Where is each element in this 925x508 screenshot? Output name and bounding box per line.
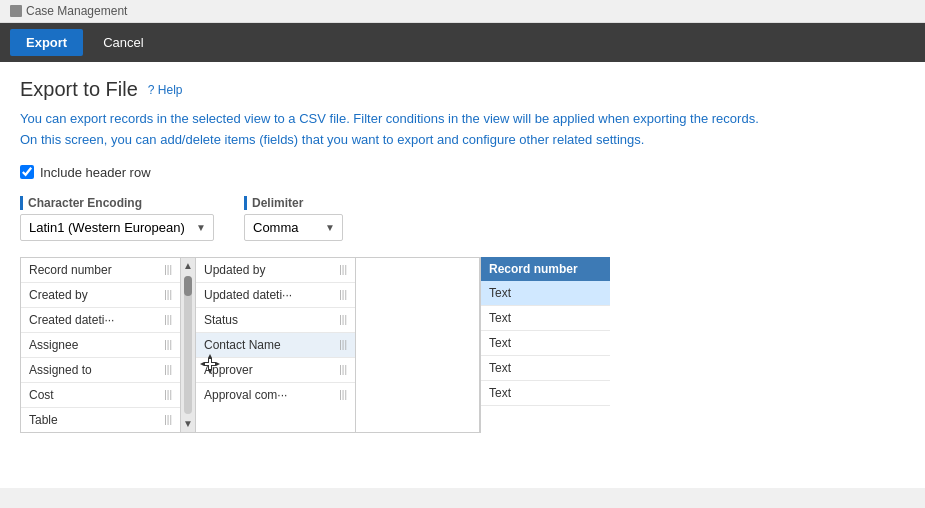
field-name: Created by bbox=[29, 288, 164, 302]
preview-row: Text bbox=[481, 281, 610, 306]
field-selector: Record number|||Created by|||Created dat… bbox=[20, 257, 480, 433]
panel-scrollbar[interactable]: ▲ ▼ bbox=[181, 258, 196, 432]
preview-panel: Record number TextTextTextTextText bbox=[480, 257, 610, 433]
main-content: Export to File ? Help You can export rec… bbox=[0, 62, 925, 488]
field-name: Approver bbox=[204, 363, 339, 377]
field-name: Cost bbox=[29, 388, 164, 402]
left-field-item[interactable]: Created dateti···||| bbox=[21, 308, 180, 333]
left-panel: Record number|||Created by|||Created dat… bbox=[21, 258, 181, 432]
preview-row: Text bbox=[481, 306, 610, 331]
left-field-item[interactable]: Assignee||| bbox=[21, 333, 180, 358]
include-header-checkbox[interactable] bbox=[20, 165, 34, 179]
toolbar: Export Cancel bbox=[0, 23, 925, 62]
delimiter-group: Delimiter Comma Tab Semicolon ▼ bbox=[244, 196, 343, 241]
right-field-item[interactable]: Updated dateti···||| bbox=[196, 283, 355, 308]
character-encoding-select-wrapper: Latin1 (Western European) UTF-8 Shift_JI… bbox=[20, 214, 214, 241]
drag-handle-icon[interactable]: ||| bbox=[164, 339, 172, 350]
scroll-up-icon[interactable]: ▲ bbox=[182, 260, 194, 272]
delimiter-select-wrapper: Comma Tab Semicolon ▼ bbox=[244, 214, 343, 241]
description-line1: You can export records in the selected v… bbox=[20, 109, 905, 130]
include-header-label: Include header row bbox=[40, 165, 151, 180]
drag-handle-icon[interactable]: ||| bbox=[339, 389, 347, 400]
drag-handle-icon[interactable]: ||| bbox=[164, 264, 172, 275]
character-encoding-select[interactable]: Latin1 (Western European) UTF-8 Shift_JI… bbox=[20, 214, 214, 241]
drag-handle-icon[interactable]: ||| bbox=[339, 264, 347, 275]
left-field-item[interactable]: Assigned to||| bbox=[21, 358, 180, 383]
cancel-button[interactable]: Cancel bbox=[91, 29, 155, 56]
field-name: Table bbox=[29, 413, 164, 427]
description-line2: On this screen, you can add/delete items… bbox=[20, 130, 905, 151]
left-field-item[interactable]: Record number||| bbox=[21, 258, 180, 283]
field-name: Assigned to bbox=[29, 363, 164, 377]
right-field-item[interactable]: Approver||| bbox=[196, 358, 355, 383]
drag-handle-icon[interactable]: ||| bbox=[164, 314, 172, 325]
help-link[interactable]: ? Help bbox=[148, 83, 183, 97]
preview-row: Text bbox=[481, 356, 610, 381]
field-name: Created dateti··· bbox=[29, 313, 164, 327]
delimiter-select[interactable]: Comma Tab Semicolon bbox=[244, 214, 343, 241]
field-name: Status bbox=[204, 313, 339, 327]
field-name: Updated dateti··· bbox=[204, 288, 339, 302]
field-name: Approval com··· bbox=[204, 388, 339, 402]
delimiter-label: Delimiter bbox=[244, 196, 343, 210]
character-encoding-label: Character Encoding bbox=[20, 196, 214, 210]
scroll-track bbox=[184, 276, 192, 414]
left-field-item[interactable]: Created by||| bbox=[21, 283, 180, 308]
right-field-item[interactable]: Contact Name||| bbox=[196, 333, 355, 358]
drag-handle-icon[interactable]: ||| bbox=[339, 364, 347, 375]
page-title: Export to File bbox=[20, 78, 138, 101]
preview-row: Text bbox=[481, 381, 610, 406]
field-name: Record number bbox=[29, 263, 164, 277]
include-header-row: Include header row bbox=[20, 165, 905, 180]
field-name: Updated by bbox=[204, 263, 339, 277]
drag-handle-icon[interactable]: ||| bbox=[339, 339, 347, 350]
drag-handle-icon[interactable]: ||| bbox=[164, 364, 172, 375]
case-icon bbox=[10, 5, 22, 17]
drag-handle-icon[interactable]: ||| bbox=[339, 289, 347, 300]
settings-row: Character Encoding Latin1 (Western Europ… bbox=[20, 196, 905, 241]
left-field-item[interactable]: Cost||| bbox=[21, 383, 180, 408]
breadcrumb-label: Case Management bbox=[26, 4, 127, 18]
right-field-item[interactable]: Status||| bbox=[196, 308, 355, 333]
drag-handle-icon[interactable]: ||| bbox=[164, 414, 172, 425]
right-field-item[interactable]: Updated by||| bbox=[196, 258, 355, 283]
panels-container: Record number|||Created by|||Created dat… bbox=[20, 257, 905, 433]
scroll-thumb bbox=[184, 276, 192, 296]
field-name: Assignee bbox=[29, 338, 164, 352]
drag-handle-icon[interactable]: ||| bbox=[164, 389, 172, 400]
page-title-row: Export to File ? Help bbox=[20, 78, 905, 101]
preview-header: Record number bbox=[481, 257, 610, 281]
breadcrumb-bar: Case Management bbox=[0, 0, 925, 23]
right-field-item[interactable]: Approval com···||| bbox=[196, 383, 355, 407]
drag-handle-icon[interactable]: ||| bbox=[164, 289, 172, 300]
drag-handle-icon[interactable]: ||| bbox=[339, 314, 347, 325]
field-name: Contact Name bbox=[204, 338, 339, 352]
left-field-item[interactable]: Table||| bbox=[21, 408, 180, 432]
character-encoding-group: Character Encoding Latin1 (Western Europ… bbox=[20, 196, 214, 241]
preview-row: Text bbox=[481, 331, 610, 356]
description: You can export records in the selected v… bbox=[20, 109, 905, 151]
export-button[interactable]: Export bbox=[10, 29, 83, 56]
right-sub-panel: Updated by|||Updated dateti···|||Status|… bbox=[196, 258, 356, 432]
scroll-down-icon[interactable]: ▼ bbox=[182, 418, 194, 430]
